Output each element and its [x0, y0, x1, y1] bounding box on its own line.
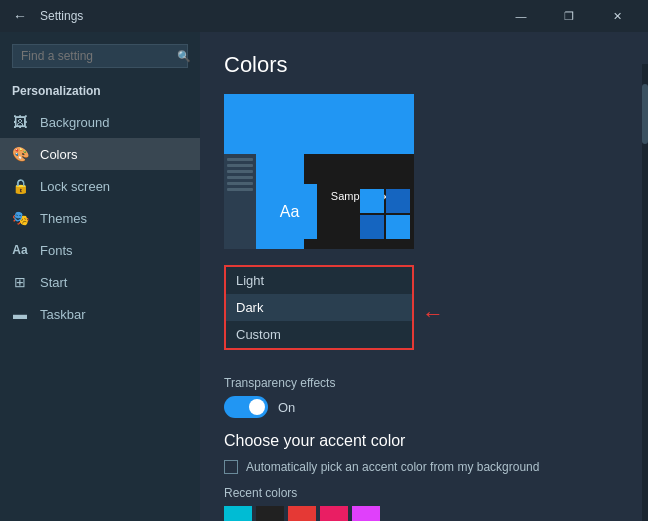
color-preview: Sample Text Aa: [224, 94, 414, 249]
sidebar: 🔍 Personalization 🖼 Background 🎨 Colors …: [0, 32, 200, 521]
page-title: Colors: [224, 52, 624, 78]
sidebar-item-fonts[interactable]: Aa Fonts: [0, 234, 200, 266]
title-bar-left: ← Settings: [8, 4, 83, 28]
accent-checkbox-label: Automatically pick an accent color from …: [246, 460, 539, 474]
mode-dropdown[interactable]: Light Dark Custom: [224, 265, 414, 350]
content-area: Colors Sample Text Aa: [200, 32, 648, 521]
close-button[interactable]: ✕: [594, 0, 640, 32]
sidebar-item-label: Lock screen: [40, 179, 110, 194]
sidebar-section-label: Personalization: [0, 80, 200, 106]
swatch-red2[interactable]: [320, 506, 348, 521]
main-layout: 🔍 Personalization 🖼 Background 🎨 Colors …: [0, 32, 648, 521]
blue-cell-2: [386, 189, 410, 213]
transparency-toggle-row: On: [224, 396, 624, 418]
mini-line-1: [227, 158, 253, 161]
red-arrow-indicator: ←: [422, 301, 444, 327]
back-button[interactable]: ←: [8, 4, 32, 28]
recent-colors-label: Recent colors: [224, 486, 624, 500]
swatch-cyan[interactable]: [224, 506, 252, 521]
accent-checkbox-row: Automatically pick an accent color from …: [224, 460, 624, 474]
sidebar-item-label: Start: [40, 275, 67, 290]
search-box[interactable]: 🔍: [12, 44, 188, 68]
background-icon: 🖼: [12, 114, 28, 130]
accent-section: Choose your accent color Automatically p…: [224, 432, 624, 521]
sidebar-item-start[interactable]: ⊞ Start: [0, 266, 200, 298]
swatch-black[interactable]: [256, 506, 284, 521]
themes-icon: 🎭: [12, 210, 28, 226]
preview-blue-blocks: [360, 189, 410, 239]
lock-icon: 🔒: [12, 178, 28, 194]
window-controls: — ❐ ✕: [498, 0, 640, 32]
search-icon: 🔍: [177, 50, 191, 63]
scrollbar[interactable]: [642, 64, 648, 521]
swatch-pink[interactable]: [352, 506, 380, 521]
sidebar-item-colors[interactable]: 🎨 Colors: [0, 138, 200, 170]
mini-line-2: [227, 164, 253, 167]
mini-line-5: [227, 182, 253, 185]
mode-option-custom[interactable]: Custom: [226, 321, 412, 348]
sidebar-item-label: Colors: [40, 147, 78, 162]
taskbar-icon: ▬: [12, 306, 28, 322]
mini-line-3: [227, 170, 253, 173]
sidebar-item-background[interactable]: 🖼 Background: [0, 106, 200, 138]
toggle-knob: [249, 399, 265, 415]
window-title: Settings: [40, 9, 83, 23]
sidebar-item-label: Background: [40, 115, 109, 130]
sidebar-item-label: Themes: [40, 211, 87, 226]
scroll-thumb[interactable]: [642, 84, 648, 144]
blue-cell-4: [386, 215, 410, 239]
color-swatches: [224, 506, 624, 521]
transparency-title: Transparency effects: [224, 376, 624, 390]
sidebar-item-lock-screen[interactable]: 🔒 Lock screen: [0, 170, 200, 202]
title-bar: ← Settings — ❐ ✕: [0, 0, 648, 32]
mini-line-4: [227, 176, 253, 179]
sidebar-item-taskbar[interactable]: ▬ Taskbar: [0, 298, 200, 330]
minimize-button[interactable]: —: [498, 0, 544, 32]
fonts-icon: Aa: [12, 242, 28, 258]
blue-cell-3: [360, 215, 384, 239]
mini-line-6: [227, 188, 253, 191]
accent-checkbox[interactable]: [224, 460, 238, 474]
sidebar-item-label: Fonts: [40, 243, 73, 258]
preview-aa-block: Aa: [262, 184, 317, 239]
preview-sidebar-mini: [224, 154, 256, 249]
restore-button[interactable]: ❐: [546, 0, 592, 32]
search-input[interactable]: [21, 49, 171, 63]
swatch-red1[interactable]: [288, 506, 316, 521]
accent-title: Choose your accent color: [224, 432, 624, 450]
mode-selector-row: Light Dark Custom ←: [224, 265, 624, 362]
colors-icon: 🎨: [12, 146, 28, 162]
transparency-toggle[interactable]: [224, 396, 268, 418]
blue-cell-1: [360, 189, 384, 213]
mode-option-dark[interactable]: Dark: [226, 294, 412, 321]
sidebar-item-label: Taskbar: [40, 307, 86, 322]
toggle-label: On: [278, 400, 295, 415]
sidebar-item-themes[interactable]: 🎭 Themes: [0, 202, 200, 234]
mode-option-light[interactable]: Light: [226, 267, 412, 294]
transparency-section: Transparency effects On: [224, 376, 624, 418]
start-icon: ⊞: [12, 274, 28, 290]
